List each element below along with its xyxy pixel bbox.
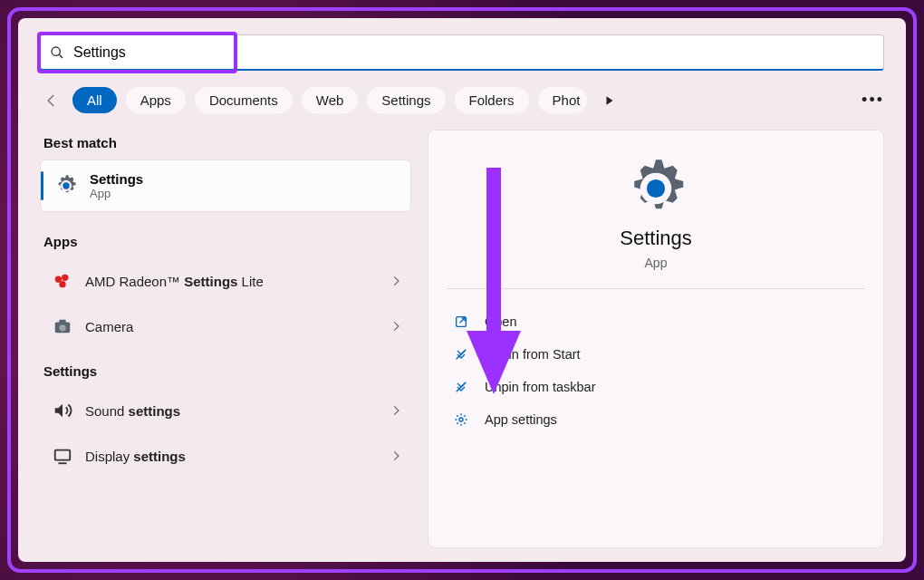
tab-all[interactable]: All [72, 87, 117, 113]
tab-documents[interactable]: Documents [195, 87, 293, 113]
app-label: AMD Radeon™ Settings Lite [85, 274, 264, 289]
section-best-match: Best match [40, 130, 411, 160]
action-label: App settings [485, 412, 557, 427]
setting-item-sound[interactable]: Sound settings [40, 388, 411, 433]
svg-point-7 [59, 281, 65, 287]
setting-label: Sound settings [85, 403, 180, 419]
best-match-title: Settings [90, 171, 143, 187]
svg-point-10 [59, 324, 65, 331]
action-app-settings[interactable]: App settings [447, 403, 865, 436]
best-match-subtitle: App [90, 187, 143, 200]
gear-icon [623, 156, 688, 221]
svg-marker-11 [55, 404, 63, 418]
details-pane: Settings App Open Unpin from Start [428, 130, 884, 548]
action-unpin-start[interactable]: Unpin from Start [447, 338, 865, 371]
back-icon[interactable] [40, 89, 63, 112]
svg-point-6 [62, 275, 68, 281]
divider [447, 288, 865, 289]
results-list: Best match Settings App Apps [40, 130, 411, 548]
search-bar [40, 34, 884, 71]
tab-photos[interactable]: Phot [538, 87, 588, 113]
detail-title: Settings [620, 227, 692, 250]
svg-point-19 [459, 418, 463, 421]
action-open[interactable]: Open [447, 305, 865, 338]
tab-folders[interactable]: Folders [455, 87, 529, 113]
section-settings: Settings [40, 358, 411, 388]
action-unpin-taskbar[interactable]: Unpin from taskbar [447, 371, 865, 403]
section-apps: Apps [40, 228, 411, 258]
search-icon [50, 45, 64, 60]
svg-marker-2 [607, 96, 613, 104]
chevron-right-icon [390, 404, 402, 417]
tab-settings[interactable]: Settings [367, 87, 445, 113]
setting-label: Display settings [85, 449, 186, 464]
action-label: Open [485, 314, 516, 329]
start-search-window: All Apps Documents Web Settings Folders … [18, 18, 906, 562]
app-item-amd[interactable]: AMD Radeon™ Settings Lite [40, 258, 411, 304]
svg-line-1 [59, 54, 63, 58]
gear-icon [53, 173, 79, 198]
open-icon [452, 314, 470, 329]
chevron-right-icon [390, 275, 402, 287]
app-label: Camera [85, 319, 133, 334]
tabs-scroll-right-icon[interactable] [596, 91, 623, 111]
svg-point-4 [63, 182, 69, 188]
search-input-container[interactable] [40, 34, 884, 71]
svg-point-0 [52, 47, 60, 55]
unpin-icon [452, 380, 470, 394]
search-input[interactable] [73, 44, 874, 61]
unpin-icon [452, 347, 470, 362]
svg-rect-12 [55, 450, 71, 460]
display-icon [53, 446, 72, 466]
chevron-right-icon [390, 320, 402, 333]
svg-point-15 [647, 179, 665, 198]
app-item-camera[interactable]: Camera [40, 304, 411, 349]
best-match-item[interactable]: Settings App [40, 160, 411, 212]
tab-web[interactable]: Web [302, 87, 359, 113]
setting-item-display[interactable]: Display settings [40, 433, 411, 478]
tab-apps[interactable]: Apps [126, 87, 186, 113]
action-label: Unpin from taskbar [485, 380, 596, 394]
tabs-more-icon[interactable]: ••• [861, 91, 884, 110]
gear-outline-icon [452, 412, 470, 427]
filter-tabs: All Apps Documents Web Settings Folders … [40, 87, 884, 113]
detail-subtitle: App [645, 256, 668, 270]
action-label: Unpin from Start [485, 347, 581, 362]
camera-icon [53, 316, 72, 336]
chevron-right-icon [390, 450, 402, 462]
svg-rect-9 [59, 320, 65, 324]
amd-icon [53, 271, 72, 291]
sound-icon [53, 401, 72, 420]
